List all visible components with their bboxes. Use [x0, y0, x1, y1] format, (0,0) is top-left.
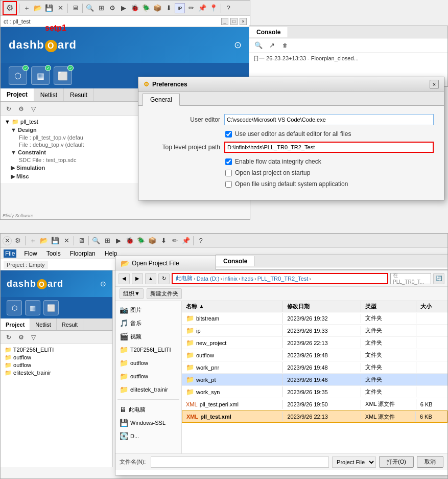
clear-icon[interactable]: 🗑 — [280, 40, 290, 51]
screen-icon[interactable]: 🖥 — [70, 3, 80, 13]
export-icon[interactable]: ↗ — [267, 40, 277, 51]
back-btn[interactable]: ◀ — [119, 273, 130, 284]
open-icon[interactable]: 📂 — [33, 3, 43, 13]
open2-icon[interactable]: 📂 — [39, 236, 49, 246]
pin2-icon[interactable]: 📍 — [208, 3, 219, 13]
user-editor-input[interactable] — [224, 114, 434, 125]
sidebar-video[interactable]: 🎬 视频 — [117, 331, 179, 342]
pin3-icon[interactable]: 📌 — [181, 236, 191, 246]
breadcrumb-data[interactable]: Data (D:) — [197, 276, 220, 282]
floorplan-btn2[interactable]: ⬜ — [43, 300, 59, 315]
filetype-select[interactable]: Project File — [332, 457, 376, 468]
file-row-bitstream[interactable]: 📁bitstream 2023/9/26 19:32 文件夹 — [182, 312, 447, 325]
save2-icon[interactable]: 💾 — [50, 236, 60, 246]
top-level-input[interactable] — [224, 142, 434, 153]
sidebar-thispc[interactable]: 🖥 此电脑 — [117, 404, 179, 415]
console-tab-bottom[interactable]: Console — [216, 256, 255, 266]
zoom-icon[interactable]: 🔍 — [85, 3, 95, 13]
file-row-xml[interactable]: XMLpll_test.xml 2023/9/26 22:13 XML 源文件 … — [182, 410, 447, 423]
console-tab[interactable]: Console — [249, 27, 288, 37]
menu-tools[interactable]: Tools — [45, 249, 62, 258]
open-last-checkbox[interactable] — [225, 170, 232, 176]
breadcrumb-hzds[interactable]: hzds — [242, 276, 253, 282]
chip-btn2[interactable]: ⬡ — [7, 300, 22, 315]
close-icon[interactable]: ✕ — [55, 3, 65, 13]
open-file-checkbox[interactable] — [225, 181, 232, 188]
tab-netlist[interactable]: Netlist — [34, 88, 64, 101]
bug-icon[interactable]: 🐞 — [130, 3, 140, 13]
search-btn[interactable]: 🔄 — [433, 273, 444, 284]
bottom-tab-result[interactable]: Result — [57, 318, 83, 330]
file-row-ip[interactable]: 📁ip 2023/9/26 19:33 文件夹 — [182, 325, 447, 337]
bottom-settings-btn[interactable]: ⚙ — [16, 332, 26, 343]
sidebar-outflow1[interactable]: 📁 outflow — [117, 357, 179, 369]
col-size[interactable]: 大小 — [416, 301, 447, 312]
gear-icon[interactable]: ⚙ — [3, 1, 17, 15]
close-circle-icon[interactable]: ✕ — [3, 236, 12, 245]
close-btn[interactable]: × — [240, 18, 247, 25]
bottom-dashboard-icon[interactable]: ⊙ — [100, 280, 106, 288]
close2-icon[interactable]: ✕ — [61, 236, 72, 246]
breadcrumb-pc[interactable]: 此电脑 — [176, 275, 193, 282]
save-icon[interactable]: 💾 — [44, 3, 54, 13]
up-btn[interactable]: ▲ — [145, 273, 156, 284]
search-box[interactable]: 在 PLL_TR0_T... — [390, 273, 431, 284]
package2-icon[interactable]: 📦 — [147, 236, 157, 246]
filter-btn[interactable]: ▽ — [28, 104, 38, 114]
ip-icon[interactable]: IP — [175, 3, 185, 13]
file-row-outflow[interactable]: 📁outflow 2023/9/26 19:48 文件夹 — [182, 349, 447, 361]
col-date[interactable]: 修改日期 — [283, 301, 361, 312]
open-button[interactable]: 打开(O) — [379, 456, 414, 468]
pin-icon[interactable]: 📌 — [197, 3, 207, 13]
maximize-btn[interactable]: □ — [230, 18, 238, 25]
minimize-btn[interactable]: _ — [221, 18, 228, 25]
enable-flow-checkbox[interactable] — [225, 158, 232, 165]
cancel-button[interactable]: 取消 — [417, 456, 443, 468]
run2-icon[interactable]: ▶ — [113, 236, 124, 246]
download2-icon[interactable]: ⬇ — [158, 236, 169, 246]
download-icon[interactable]: ⬇ — [163, 3, 174, 13]
file-row-worksyn[interactable]: 📁work_syn 2023/9/26 19:35 文件夹 — [182, 386, 447, 398]
sidebar-pictures[interactable]: 📷 图片 — [117, 304, 179, 315]
layout-btn2[interactable]: ▦ — [25, 300, 40, 315]
tree-item-outflow1[interactable]: 📁 outflow — [3, 354, 110, 361]
bug4-icon[interactable]: 🪲 — [136, 236, 146, 246]
tree-item-elitestek[interactable]: 📁 elitestek_trainir — [3, 369, 110, 377]
file-row-workpt[interactable]: 📁work_pt 2023/9/26 19:46 文件夹 — [182, 374, 447, 386]
bottom-tab-project[interactable]: Project — [1, 318, 30, 330]
menu-flow[interactable]: Flow — [22, 249, 38, 258]
settings2-icon[interactable]: ⚙ — [107, 3, 117, 13]
file-row-newproject[interactable]: 📁new_project 2023/9/26 22:13 文件夹 — [182, 337, 447, 349]
run-icon[interactable]: ▶ — [119, 3, 129, 13]
col-name[interactable]: 名称 ▲ — [182, 301, 283, 312]
col-type[interactable]: 类型 — [361, 301, 416, 312]
sidebar-windows[interactable]: 💾 Windows-SSL — [117, 417, 179, 428]
pencil2-icon[interactable]: ✏ — [170, 236, 180, 246]
grid2-icon[interactable]: ⊞ — [102, 236, 112, 246]
bug2-icon[interactable]: 🪲 — [141, 3, 151, 13]
refresh-nav-btn[interactable]: ↻ — [158, 273, 170, 284]
grid-icon[interactable]: ⊞ — [96, 3, 106, 13]
help2-icon[interactable]: ? — [196, 236, 206, 246]
sidebar-t20[interactable]: 📁 T20F256I_ELITI — [117, 344, 179, 355]
settings-icon[interactable]: ⚙ — [13, 236, 23, 246]
tab-project[interactable]: Project — [1, 88, 34, 101]
chip-icon-btn[interactable]: ⬡ ✓ — [9, 66, 27, 85]
menu-file[interactable]: File — [4, 249, 16, 258]
pencil-icon[interactable]: ✏ — [186, 3, 196, 13]
bottom-filter-btn[interactable]: ▽ — [28, 332, 38, 343]
sidebar-music[interactable]: 🎵 音乐 — [117, 317, 179, 329]
use-editor-checkbox[interactable] — [225, 131, 232, 138]
refresh-btn[interactable]: ↻ — [4, 104, 14, 114]
bottom-refresh-btn[interactable]: ↻ — [4, 332, 14, 343]
breadcrumb-infinix[interactable]: infinix — [223, 276, 238, 282]
zoom2-icon[interactable]: 🔍 — [91, 236, 101, 246]
sidebar-outflow2[interactable]: 📁 outflow — [117, 371, 179, 382]
filename-input[interactable] — [151, 457, 329, 468]
dialog-tab-general[interactable]: General — [143, 94, 180, 106]
tree-item-outflow2[interactable]: 📁 outflow — [3, 361, 110, 369]
new2-icon[interactable]: ＋ — [28, 236, 38, 246]
new-icon[interactable]: ＋ — [21, 3, 32, 13]
package-icon[interactable]: 📦 — [152, 3, 162, 13]
new-folder-btn[interactable]: 新建文件夹 — [147, 288, 182, 299]
